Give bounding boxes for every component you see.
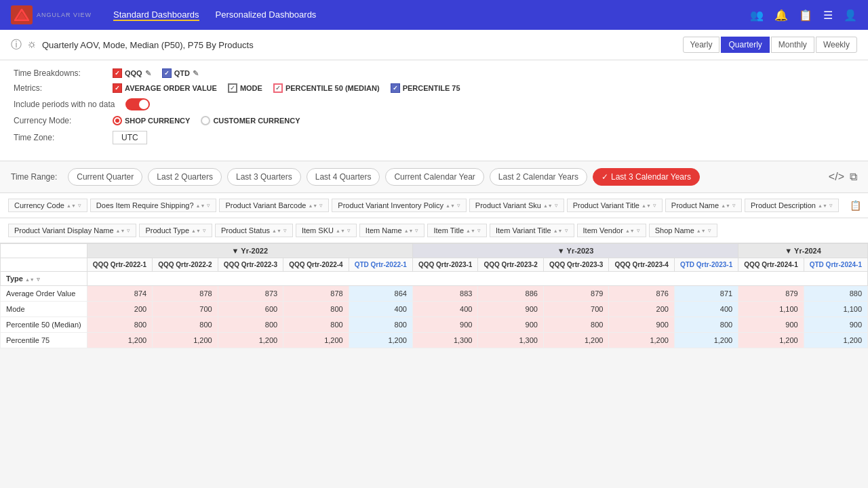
col-item-variant-title[interactable]: Item Variant Title ▲▼ ▿ — [490, 224, 574, 237]
clipboard-icon[interactable]: 📋 — [799, 9, 812, 22]
radio-shop-currency[interactable]: SHOP CURRENCY — [113, 116, 190, 125]
col-product-description[interactable]: Product Description ▲▼ ▿ — [745, 199, 839, 212]
col-product-type[interactable]: Product Type ▲▼ ▿ — [139, 224, 212, 237]
sort-icon: ▲▼ — [116, 228, 125, 233]
filter-icon[interactable]: ▿ — [565, 227, 568, 234]
btn-last-2-quarters[interactable]: Last 2 Quarters — [148, 168, 222, 186]
filter-icon[interactable]: ▿ — [207, 202, 210, 209]
filter-icon[interactable]: ▿ — [555, 202, 558, 209]
filter-icon[interactable]: ▿ — [78, 202, 81, 209]
period-weekly[interactable]: Weekly — [816, 37, 857, 53]
col-inventory-policy[interactable]: Product Variant Inventory Policy ▲▼ ▿ — [332, 199, 467, 212]
filter-icon[interactable]: ▿ — [477, 227, 481, 234]
type-filter-icon[interactable]: ▿ — [37, 276, 40, 283]
filter-icon[interactable]: ▿ — [457, 202, 460, 209]
data-cell: 400 — [412, 302, 478, 317]
expand-btn[interactable]: ⧉ — [850, 171, 857, 183]
data-cell: 1,200 — [804, 333, 867, 348]
logo-icon — [11, 5, 33, 24]
col-shop-name[interactable]: Shop Name ▲▼ ▿ — [649, 224, 717, 237]
nav-personalized-dashboards[interactable]: Personalized Dashboards — [216, 9, 317, 21]
filter-icon[interactable]: ▿ — [319, 202, 323, 209]
settings-icon[interactable]: ⛭ — [27, 39, 37, 50]
sliders-icon[interactable]: ☰ — [823, 9, 833, 22]
help-icon[interactable]: ⓘ — [11, 38, 22, 52]
col-product-name[interactable]: Product Name ▲▼ ▿ — [665, 199, 742, 212]
col-variant-sku[interactable]: Product Variant Sku ▲▼ ▿ — [469, 199, 564, 212]
shop-currency-label: SHOP CURRENCY — [125, 117, 190, 125]
type-sort-icon: ▲▼ — [25, 277, 35, 282]
filter-icon[interactable]: ▿ — [127, 227, 130, 234]
shop-currency-radio[interactable] — [113, 116, 122, 125]
btn-last-2-calendar-years[interactable]: Last 2 Calendar Years — [490, 168, 587, 186]
btn-last-4-quarters[interactable]: Last 4 Quarters — [307, 168, 380, 186]
filter-icon[interactable]: ▿ — [283, 227, 287, 234]
user-icon[interactable]: 👤 — [844, 9, 857, 22]
col-item-require-shipping[interactable]: Does Item Require Shipping? ▲▼ ▿ — [90, 199, 217, 212]
btn-current-quarter[interactable]: Current Quarter — [68, 168, 142, 186]
btn-last-3-calendar-years[interactable]: ✓Last 3 Calendar Years — [593, 168, 700, 186]
p50-checkbox[interactable]: ✓ — [273, 83, 283, 93]
col-qqq-2022-3: QQQ Qrtr-2022-3 — [218, 258, 283, 272]
data-cell: 883 — [412, 286, 478, 302]
qtd-label: QTD — [174, 69, 190, 77]
btn-current-calendar-year[interactable]: Current Calendar Year — [385, 168, 484, 186]
aov-checkbox[interactable]: ✓ — [113, 83, 122, 93]
col-item-vendor[interactable]: Item Vendor ▲▼ ▿ — [577, 224, 646, 237]
check-qqq[interactable]: ✓ QQQ ✎ — [113, 68, 151, 78]
col-item-sku[interactable]: Item SKU ▲▼ ▿ — [296, 224, 357, 237]
col-item-title[interactable]: Item Title ▲▼ ▿ — [427, 224, 486, 237]
data-cell: 900 — [412, 317, 478, 333]
col-currency-code[interactable]: Currency Code ▲▼ ▿ — [8, 199, 87, 212]
bell-icon[interactable]: 🔔 — [774, 9, 788, 22]
col-qqq-2022-2: QQQ Qrtr-2022-2 — [153, 258, 218, 272]
qtd-edit-icon[interactable]: ✎ — [193, 69, 199, 78]
period-quarterly[interactable]: Quarterly — [721, 37, 769, 53]
col-variant-title[interactable]: Product Variant Title ▲▼ ▿ — [567, 199, 663, 212]
data-cell: 200 — [609, 302, 675, 317]
qtd-checkbox[interactable]: ✓ — [162, 68, 172, 78]
data-cell: 873 — [218, 286, 283, 302]
period-monthly[interactable]: Monthly — [771, 37, 814, 53]
filter-icon[interactable]: ▿ — [653, 202, 656, 209]
type-col-header[interactable]: Type ▲▼ ▿ — [1, 272, 87, 286]
metric-p50[interactable]: ✓ PERCENTILE 50 (MEDIAN) — [273, 83, 380, 93]
include-periods-toggle[interactable] — [125, 98, 150, 110]
timezone-value[interactable]: UTC — [113, 131, 147, 144]
filter-icon[interactable]: ▿ — [203, 227, 206, 234]
filter-icon[interactable]: ▿ — [708, 227, 711, 234]
customer-currency-radio[interactable] — [201, 116, 210, 125]
time-breakdowns-row: Time Breakdowns: ✓ QQQ ✎ ✓ QTD ✎ — [14, 68, 854, 78]
radio-dot — [115, 119, 119, 123]
check-qtd[interactable]: ✓ QTD ✎ — [162, 68, 199, 78]
time-range-label: Time Range: — [11, 172, 57, 182]
timezone-row: Time Zone: UTC — [14, 131, 854, 144]
radio-customer-currency[interactable]: CUSTOMER CURRENCY — [201, 116, 300, 125]
data-cell: 1,100 — [804, 302, 867, 317]
qqq-edit-icon[interactable]: ✎ — [145, 69, 151, 78]
filter-icon[interactable]: ▿ — [415, 227, 418, 234]
col-display-name[interactable]: Product Variant Display Name ▲▼ ▿ — [8, 224, 136, 237]
p75-checkbox[interactable]: ✓ — [391, 83, 400, 93]
filter-icon[interactable]: ▿ — [637, 227, 640, 234]
filter-icon[interactable]: ▿ — [732, 202, 736, 209]
filter-icon[interactable]: ▿ — [347, 227, 351, 234]
copy-icon[interactable]: 📋 — [850, 200, 861, 211]
metric-mode[interactable]: ✓ MODE — [228, 83, 262, 93]
table-body: Average Order Value874878873878864883886… — [1, 286, 868, 348]
mode-checkbox[interactable]: ✓ — [228, 83, 237, 93]
metric-aov[interactable]: ✓ AVERAGE ORDER VALUE — [113, 83, 217, 93]
people-icon[interactable]: 👥 — [750, 9, 764, 22]
qqq-checkbox[interactable]: ✓ — [113, 68, 122, 78]
btn-last-3-quarters[interactable]: Last 3 Quarters — [227, 168, 301, 186]
metric-p75[interactable]: ✓ PERCENTILE 75 — [391, 83, 460, 93]
col-product-status[interactable]: Product Status ▲▼ ▿ — [215, 224, 293, 237]
nav-standard-dashboards[interactable]: Standard Dashboards — [113, 9, 199, 21]
col-qqq-2022-4: QQQ Qrtr-2022-4 — [283, 258, 349, 272]
code-view-btn[interactable]: </> — [829, 171, 844, 183]
col-variant-barcode[interactable]: Product Variant Barcode ▲▼ ▿ — [219, 199, 329, 212]
filter-icon[interactable]: ▿ — [829, 202, 833, 209]
period-yearly[interactable]: Yearly — [683, 37, 720, 53]
col-item-name[interactable]: Item Name ▲▼ ▿ — [359, 224, 425, 237]
toggle-track — [125, 98, 150, 110]
